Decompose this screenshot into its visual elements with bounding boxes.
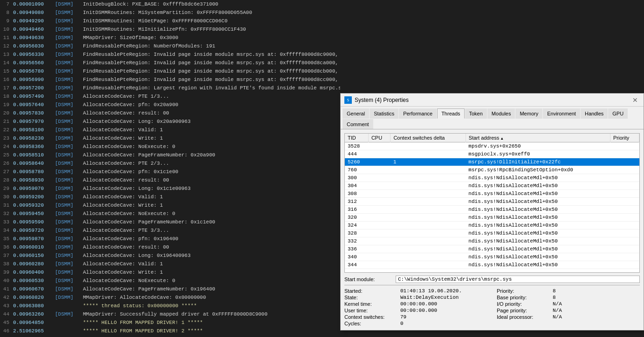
line-content: AllocateCodeCave: NoExecute: 0 — [83, 142, 340, 151]
table-row[interactable]: 300ndis.sys!NdisAllocateMdl+0x50 — [345, 174, 639, 182]
table-row[interactable]: 332ndis.sys!NdisAllocateMdl+0x50 — [345, 237, 639, 245]
tab-statistics[interactable]: Statistics — [370, 108, 398, 119]
line-tag — [55, 335, 83, 337]
line-tag: [DSMM] — [55, 226, 83, 235]
th-start_address[interactable]: Start address▲ — [466, 134, 610, 142]
line-content: FindReusablePteRegion: Invalid page insi… — [83, 67, 340, 75]
line-tag: [DSMM] — [55, 251, 83, 260]
line-number: 38 — [0, 260, 13, 268]
table-row[interactable]: 304ndis.sys!NdisAllocateMdl+0x50 — [345, 182, 639, 190]
td-context_switches_delta — [391, 142, 466, 150]
td-context_switches_delta — [391, 237, 466, 245]
table-row[interactable]: 312ndis.sys!NdisAllocateMdl+0x50 — [345, 198, 639, 206]
line-tag: [DSMM] — [55, 201, 83, 209]
line-content: FindReusablePteRegion: Invalid page insi… — [83, 59, 340, 67]
log-line: 110.00949630[DSMM]MMapDriver: SizeOfImag… — [0, 34, 340, 42]
tab-modules[interactable]: Modules — [487, 108, 515, 119]
line-number: 29 — [0, 184, 13, 193]
line-tag: [DSMM] — [55, 168, 83, 176]
td-context_switches_delta — [391, 222, 466, 229]
tab-environment[interactable]: Environment — [543, 108, 580, 119]
log-line: 120.00956030[DSMM]FindReusablePteRegion:… — [0, 42, 340, 50]
stats-grid: Started:01:40:13 19.06.2020.Priority:8St… — [344, 288, 640, 326]
log-line: 410.00960670[DSMM]AllocateCodeCave: Page… — [0, 285, 340, 293]
line-time: 0.00960670 — [13, 285, 55, 293]
start-module-row: Start module: C:\Windows\System32\driver… — [344, 276, 640, 283]
td-start_address: ndis.sys!NdisAllocateMdl+0x50 — [466, 214, 610, 222]
line-number: 11 — [0, 34, 13, 42]
td-tid: 340 — [345, 253, 368, 261]
table-row[interactable]: 308ndis.sys!NdisAllocateMdl+0x50 — [345, 190, 639, 198]
table-row[interactable]: 444msgpioclx.sys+0xeff0 — [345, 150, 639, 158]
line-number: 10 — [0, 25, 13, 34]
line-tag: [DSMM] — [55, 268, 83, 276]
dialog-close-button[interactable]: ✕ — [630, 95, 640, 105]
start-module-label: Start module: — [344, 276, 396, 282]
line-tag: [DSMM] — [55, 260, 83, 268]
table-row[interactable]: 344ndis.sys!NdisAllocateMdl+0x50 — [345, 261, 639, 269]
line-content: FindReusablePteRegion: Invalid page insi… — [83, 50, 340, 59]
stat-value: N/A — [553, 301, 562, 307]
td-tid: 316 — [345, 206, 368, 214]
line-content: AllocateCodeCave: PTE 1/3... — [83, 92, 340, 101]
tab-memory[interactable]: Memory — [515, 108, 542, 119]
tab-performance[interactable]: Performance — [399, 108, 437, 119]
table-row[interactable]: 324ndis.sys!NdisAllocateMdl+0x50 — [345, 222, 639, 229]
table-row[interactable]: 3528mpsdrv.sys+0x2650 — [345, 142, 639, 150]
stat-row-left-3: User time:00:00:00.000 — [344, 308, 487, 313]
table-row[interactable]: 52601msrpc.sys!DllInitialize+0x22fc — [345, 158, 639, 166]
line-tag: [DSMM] — [55, 101, 83, 109]
line-tag: [DSMM] — [55, 276, 83, 285]
tab-gpu[interactable]: GPU — [608, 108, 628, 119]
td-cpu — [368, 142, 391, 150]
td-context_switches_delta — [391, 206, 466, 214]
log-line: 360.00960010[DSMM]AllocateCodeCave: resu… — [0, 243, 340, 251]
line-content: MMapDriver: Successfully mapped driver a… — [83, 310, 340, 318]
td-priority — [610, 261, 639, 269]
line-time: 0.00958100 — [13, 126, 55, 134]
threads-table-container[interactable]: TIDCPUContext switches deltaStart addres… — [344, 133, 640, 273]
line-content: MMapDriver: AllocateCodeCave: 0x00000000 — [83, 293, 340, 302]
td-cpu — [368, 174, 391, 182]
tab-token[interactable]: Token — [465, 108, 487, 119]
tab-threads[interactable]: Threads — [437, 108, 464, 119]
line-content: ***** HELLO FROM MAPPED DRIVER! 1 ***** — [83, 318, 340, 327]
tab-comment[interactable]: Comment — [343, 119, 373, 129]
log-panel: 70.00001090[DSMM]InitDebugBlock: PXE_BAS… — [0, 0, 340, 337]
table-row[interactable]: 760msrpc.sys!RpcBindingSetOption+0xd0 — [345, 166, 639, 174]
line-content: AllocateCodeCave: PTE 3/3... — [83, 226, 340, 235]
td-context_switches_delta — [391, 190, 466, 198]
table-row[interactable]: 320ndis.sys!NdisAllocateMdl+0x50 — [345, 214, 639, 222]
table-row[interactable]: 340ndis.sys!NdisAllocateMdl+0x50 — [345, 253, 639, 261]
line-time: 0.00949080 — [13, 8, 55, 17]
log-line: 140.00956560[DSMM]FindReusablePteRegion:… — [0, 59, 340, 67]
line-number: 9 — [0, 17, 13, 25]
th-context_switches_delta[interactable]: Context switches delta — [391, 134, 466, 142]
line-number: 7 — [0, 0, 13, 8]
line-content: AllocateCodeCave: PageFrameNumber: 0x1c1… — [83, 218, 340, 226]
stat-row-left-5: Cycles:0 — [344, 321, 487, 326]
line-tag: [DSMM] — [55, 151, 83, 159]
line-number: 47 — [0, 335, 13, 337]
log-line: 250.00958510[DSMM]AllocateCodeCave: Page… — [0, 151, 340, 159]
td-tid: 304 — [345, 182, 368, 190]
tab-general[interactable]: General — [343, 108, 369, 119]
log-line: 270.00958780[DSMM]AllocateCodeCave: pfn:… — [0, 168, 340, 176]
th-cpu[interactable]: CPU — [368, 134, 391, 142]
stat-value: 00:00:00.000 — [400, 301, 437, 307]
th-tid[interactable]: TID — [345, 134, 368, 142]
th-priority[interactable]: Priority — [610, 134, 639, 142]
line-number: 17 — [0, 84, 13, 92]
td-start_address: ndis.sys!NdisAllocateMdl+0x50 — [466, 190, 610, 198]
line-time: 0.00949630 — [13, 34, 55, 42]
td-tid: 312 — [345, 198, 368, 206]
table-row[interactable]: 316ndis.sys!NdisAllocateMdl+0x50 — [345, 206, 639, 214]
line-tag — [55, 327, 83, 335]
table-row[interactable]: 328ndis.sys!NdisAllocateMdl+0x50 — [345, 229, 639, 237]
table-row[interactable]: 336ndis.sys!NdisAllocateMdl+0x50 — [345, 245, 639, 253]
log-line: 260.00958640[DSMM]AllocateCodeCave: PTE … — [0, 159, 340, 168]
stat-value: 00:00:00.000 — [400, 308, 437, 313]
line-content: InitDebugBlock: PXE_BASE: 0xffffb8dc6e37… — [83, 0, 340, 8]
tab-handles[interactable]: Handles — [581, 108, 608, 119]
line-number: 16 — [0, 75, 13, 84]
